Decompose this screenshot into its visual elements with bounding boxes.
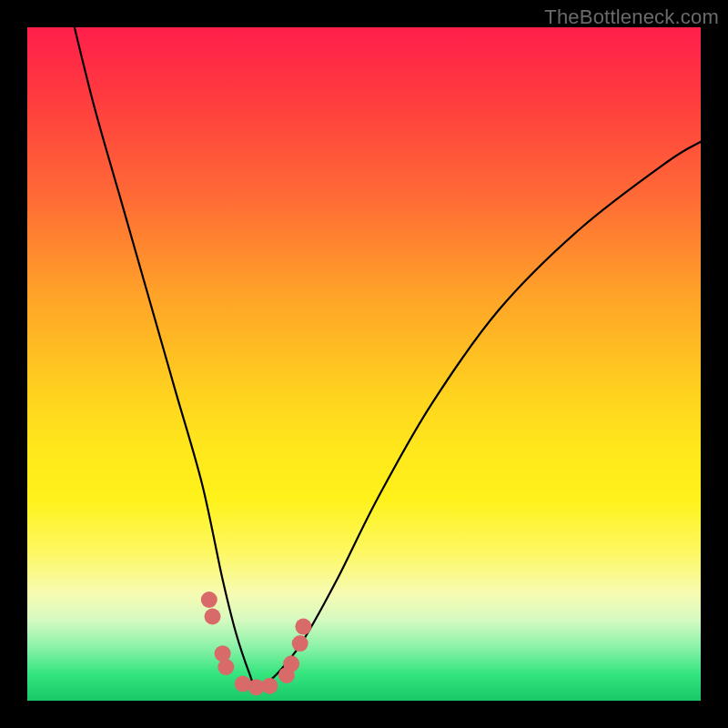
curve-marker bbox=[201, 592, 217, 608]
curve-markers bbox=[201, 592, 312, 695]
curve-marker bbox=[292, 635, 308, 652]
curve-marker bbox=[295, 619, 311, 635]
bottleneck-curve bbox=[75, 27, 701, 687]
watermark-text: TheBottleneck.com bbox=[544, 5, 719, 29]
chart-stage: TheBottleneck.com bbox=[0, 0, 728, 728]
curve-marker bbox=[205, 609, 221, 625]
plot-area bbox=[27, 27, 701, 701]
curve-marker bbox=[261, 678, 278, 694]
curve-marker bbox=[217, 659, 234, 675]
curve-marker bbox=[283, 655, 299, 672]
curve-layer bbox=[27, 27, 701, 701]
